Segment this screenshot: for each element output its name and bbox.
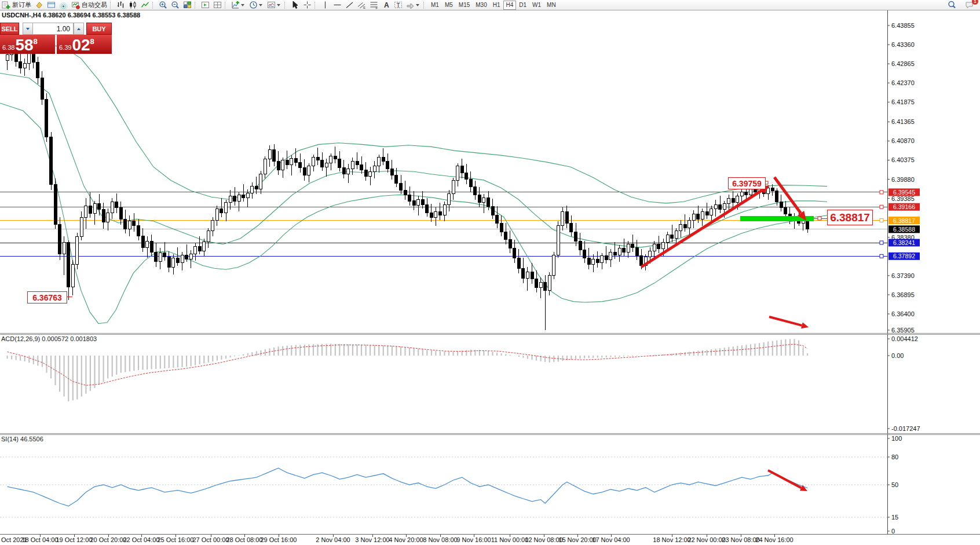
new-order-button[interactable]: 新订单 — [1, 1, 32, 9]
caret-down-icon — [277, 4, 280, 6]
toolbar-right-group: 1 — [946, 1, 980, 9]
template-icon — [267, 1, 276, 9]
svg-text:22 Oct 04:00: 22 Oct 04:00 — [123, 536, 160, 543]
timeframe-mn-button[interactable]: MN — [544, 1, 559, 10]
timeframe-w1-button[interactable]: W1 — [529, 1, 544, 10]
channel-button[interactable]: E — [356, 1, 367, 9]
signal-button[interactable] — [58, 1, 69, 9]
time-axis: Oct 202118 Oct 04:0019 Oct 12:0020 Oct 2… — [1, 535, 793, 543]
bar-chart-button[interactable] — [115, 1, 126, 9]
caret-down-icon — [416, 4, 419, 6]
svg-text:27 Oct 00:00: 27 Oct 00:00 — [193, 536, 229, 543]
horizontal-line-button[interactable] — [332, 1, 343, 9]
bar-chart-icon — [116, 1, 125, 9]
sell-button[interactable]: SELL — [0, 23, 19, 35]
toolbar-separator — [423, 2, 426, 9]
svg-text:6.39880: 6.39880 — [891, 176, 915, 183]
eraser-button[interactable] — [34, 1, 45, 9]
svg-text:2 Nov 04:00: 2 Nov 04:00 — [316, 536, 350, 543]
svg-text:6.38241: 6.38241 — [893, 239, 915, 246]
timeframe-m30-button[interactable]: M30 — [473, 1, 489, 10]
profile-button[interactable] — [200, 1, 211, 9]
timeframe-h1-button[interactable]: H1 — [490, 1, 503, 10]
svg-text:24 Nov 16:00: 24 Nov 16:00 — [755, 536, 793, 543]
clock-button[interactable] — [248, 1, 265, 9]
svg-text:17 Nov 04:00: 17 Nov 04:00 — [592, 536, 630, 543]
svg-text:3 Nov 12:00: 3 Nov 12:00 — [355, 536, 389, 543]
annotation-entry-price: 6.38817 — [827, 210, 873, 225]
svg-text:6.38817: 6.38817 — [893, 217, 915, 224]
chart-window-icon — [47, 1, 56, 9]
one-click-trade-panel: SELL 1.00 BUY 6.38588 6.39028 — [0, 23, 112, 54]
timeframe-m5-button[interactable]: M5 — [442, 1, 456, 10]
auto-trading-button[interactable]: 自动交易 — [70, 1, 108, 9]
svg-text:6.40870: 6.40870 — [891, 137, 915, 144]
timeframe-d1-button[interactable]: D1 — [516, 1, 529, 10]
shapes-icon — [406, 1, 415, 9]
indicator-add-button[interactable] — [230, 1, 247, 9]
svg-text:19 Oct 12:00: 19 Oct 12:00 — [56, 536, 93, 543]
search-button[interactable] — [946, 1, 957, 9]
volume-decrease-button[interactable] — [23, 23, 33, 35]
buy-button[interactable]: BUY — [86, 23, 112, 35]
crosshair-button[interactable] — [302, 1, 313, 9]
caret-up-icon — [77, 28, 81, 30]
shapes-button[interactable] — [405, 1, 422, 9]
cursor-button[interactable] — [290, 1, 301, 9]
timeframe-m1-button[interactable]: M1 — [428, 1, 442, 10]
svg-text:9 Nov 16:00: 9 Nov 16:00 — [456, 536, 491, 543]
buy-price-display[interactable]: 6.39028 — [57, 35, 112, 54]
label-button[interactable]: T — [393, 1, 404, 9]
tile-windows-button[interactable] — [182, 1, 193, 9]
line-chart-icon — [141, 1, 149, 9]
sell-price-display[interactable]: 6.38588 — [0, 35, 55, 54]
vertical-line-icon — [321, 1, 330, 9]
candle-chart-button[interactable] — [127, 1, 138, 9]
sell-price-prefix: 6.38 — [2, 44, 14, 51]
zoom-out-icon — [171, 1, 180, 9]
zoom-in-button[interactable] — [158, 1, 169, 9]
fibonacci-icon: F — [370, 1, 378, 9]
svg-text:A: A — [384, 1, 389, 9]
fibonacci-button[interactable]: F — [368, 1, 379, 9]
sell-price-pips: 58 — [15, 37, 33, 53]
macd-indicator-label: ACD(12,26,9) 0.000572 0.001803 — [1, 335, 97, 342]
svg-text:25 Oct 16:00: 25 Oct 16:00 — [158, 536, 194, 543]
text-icon: A — [382, 1, 390, 9]
chart-window-button[interactable] — [46, 1, 57, 9]
cursor-icon — [291, 1, 299, 9]
channel-icon: E — [357, 1, 366, 9]
auto-trading-icon — [71, 1, 80, 9]
volume-input[interactable]: 1.00 — [33, 23, 74, 35]
svg-text:6.39166: 6.39166 — [893, 203, 915, 210]
svg-text:18 Nov 12:00: 18 Nov 12:00 — [653, 536, 690, 543]
zoom-out-button[interactable] — [170, 1, 181, 9]
arrange-windows-button[interactable] — [212, 1, 223, 9]
buy-price-point: 8 — [90, 37, 94, 46]
new-order-icon — [2, 1, 10, 9]
notifications-button[interactable]: 1 — [964, 1, 975, 9]
timeframe-m15-button[interactable]: M15 — [456, 1, 473, 10]
volume-increase-button[interactable] — [74, 23, 84, 35]
svg-text:6.43855: 6.43855 — [891, 22, 915, 29]
arrange-windows-icon — [213, 1, 222, 9]
trendline-icon — [345, 1, 354, 9]
line-chart-button[interactable] — [140, 1, 151, 9]
svg-text:4 Nov 20:00: 4 Nov 20:00 — [389, 536, 423, 543]
mt4-terminal: { "toolbar": { "new_order_label": "新订单",… — [0, 0, 980, 545]
vertical-line-button[interactable] — [320, 1, 331, 9]
search-icon — [948, 1, 956, 9]
text-button[interactable]: A — [381, 1, 392, 9]
zoom-in-icon — [159, 1, 167, 9]
svg-text:6.39545: 6.39545 — [893, 189, 915, 196]
trendline-button[interactable] — [344, 1, 355, 9]
chart-canvas[interactable]: 6.438556.433606.428656.423706.418756.413… — [0, 0, 980, 545]
svg-text:0: 0 — [891, 528, 895, 535]
template-button[interactable] — [266, 1, 283, 9]
label-icon: T — [394, 1, 403, 9]
svg-text:6.36400: 6.36400 — [891, 310, 915, 317]
rsi-indicator-label: SI(14) 46.5506 — [1, 436, 43, 442]
timeframe-h4-button[interactable]: H4 — [503, 1, 517, 10]
svg-text:6.35905: 6.35905 — [891, 327, 915, 334]
svg-text:6.37892: 6.37892 — [893, 253, 915, 259]
